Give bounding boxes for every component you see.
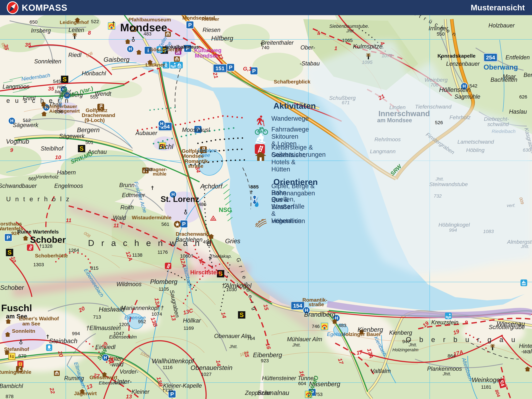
map-label: Drachenwand: [82, 113, 115, 118]
map-label: Holzbauer: [488, 23, 515, 28]
map-label: 1074: [152, 312, 162, 317]
map-label: 1169: [184, 326, 194, 330]
brand: KOMPASS: [0, 1, 67, 14]
map-label: Valtlalm: [371, 368, 391, 374]
parking-icon: P: [4, 234, 12, 241]
map-label: 670: [18, 354, 26, 358]
map-label: 1105: [159, 287, 169, 291]
map-label: Lenzenbauer: [446, 61, 480, 67]
legend-item: Höhenlinien: [271, 217, 305, 225]
map-label: Schwandbauer: [0, 183, 37, 189]
map-label: Riesner: [202, 17, 219, 22]
hut-badge: S: [78, 145, 85, 152]
parking-icon: P: [186, 21, 194, 29]
map-label: Ober-: [300, 45, 315, 51]
map-label: 1303: [33, 262, 44, 267]
map-label: 1083: [483, 229, 494, 234]
map-label: Weinkogel: [472, 377, 501, 383]
road-shield: 151: [213, 64, 227, 73]
map-label: 483: [144, 32, 152, 36]
map-label: Wallhüttenkopf: [152, 358, 194, 364]
map-label: am Mondsee: [377, 117, 412, 123]
map-label: 1: [334, 45, 337, 51]
map-label: Weinberg: [424, 77, 448, 82]
map-label: 1205: [119, 322, 130, 327]
map-label: Aubauer: [135, 130, 157, 136]
parking-icon: P: [227, 63, 235, 71]
map-label: Berg: [524, 72, 532, 78]
map-label: Jhtt.: [292, 343, 301, 347]
legend-item: Wanderwege: [271, 115, 309, 122]
map-label: 512: [23, 118, 31, 123]
map-label: Mühlauer Alm: [287, 336, 322, 342]
map-label: Jhtt.: [443, 372, 451, 376]
map-label: 1079: [382, 53, 392, 58]
map-label: Vorder-: [120, 369, 138, 374]
legend-item: Fahrradwege: [271, 126, 309, 133]
map-label: 923: [261, 358, 269, 363]
map-label: Steiblhof: [41, 146, 63, 152]
map-label: Schußberg: [329, 95, 356, 101]
map-label: 732: [434, 194, 442, 198]
map-label: Lametschwand: [457, 139, 494, 145]
map-label: Brunn: [119, 182, 134, 188]
map-label: 952: [138, 319, 146, 324]
map-label: 753: [315, 392, 323, 397]
hut-badge: S: [61, 76, 68, 83]
map-label: Hilfberg: [211, 35, 233, 42]
map-label: Obenauerstein: [190, 365, 232, 371]
map-label: NSG: [219, 207, 232, 213]
map-label: 9: [465, 320, 468, 325]
map-label: Drachenwand: [88, 239, 218, 247]
map-label: Wildmoos: [116, 281, 142, 287]
map-label: (9-Loch): [85, 118, 105, 123]
map-label: Fehrholz: [450, 114, 470, 120]
map-label: Riedelbach: [492, 129, 516, 134]
map-label: mühle: [153, 172, 166, 176]
bus-stop-icon: H: [158, 120, 165, 127]
map-label: Sonnleiten: [34, 59, 61, 64]
map-label: Schober: [0, 285, 24, 291]
map-label: Drachenwand: [176, 231, 209, 236]
legend-item: Gasthäuser, Hotels & Hütten: [271, 151, 306, 173]
map-label: Engelmoos: [54, 183, 83, 189]
map-label: 1027: [201, 372, 212, 377]
map-label: Schottergrube: [489, 324, 525, 330]
map-label: Pfahlbaumuseum: [128, 17, 171, 22]
map-label: Mondsee: [195, 53, 219, 58]
map-label: 10: [55, 154, 61, 160]
map-label: Jägerwirt: [74, 391, 97, 396]
map-label: Steinbach: [49, 338, 77, 344]
map-label: Kleiner: [132, 389, 149, 395]
map-label: Mondsee: [182, 153, 204, 158]
map-label: Schafbergblick: [274, 79, 310, 84]
map-label: Kreuzstein: [431, 320, 458, 325]
brand-name: KOMPASS: [22, 2, 67, 13]
kompass-logo-icon: [7, 1, 19, 14]
map-label: Leidingerhof: [60, 20, 89, 25]
map-label: †735: [162, 388, 173, 393]
map-label: Höllenstein: [439, 87, 471, 93]
view-title: Musteransicht: [471, 3, 532, 12]
map-label: Unterholz: [6, 196, 74, 202]
map-label: Fuschl: [1, 303, 32, 313]
map-label: Gries: [225, 238, 240, 244]
map-label: Oberburgau: [406, 336, 523, 343]
map-label: straße: [309, 302, 324, 307]
map-label: Riesen: [203, 27, 221, 33]
map-label: 11: [66, 217, 71, 223]
map-label: 764: [247, 336, 255, 341]
map-label: Riedl: [68, 52, 81, 58]
map-label: 8: [88, 30, 91, 35]
bus-stop-icon: H: [127, 45, 134, 53]
map-label: 626: [519, 95, 527, 99]
map-label: schwand: [487, 121, 509, 127]
map-label: Eibenberg: [253, 352, 282, 358]
map-label: 706: [431, 82, 438, 87]
map-label: 493: [145, 167, 152, 172]
map-canvas: {"":""} 151154154254E4SSSSSSP: [0, 0, 532, 399]
map-label: 1047: [114, 331, 124, 336]
hut-badge: S: [238, 311, 245, 319]
map-label: Brandlberg: [304, 311, 335, 318]
map-label: Sonnleitn: [12, 329, 35, 334]
